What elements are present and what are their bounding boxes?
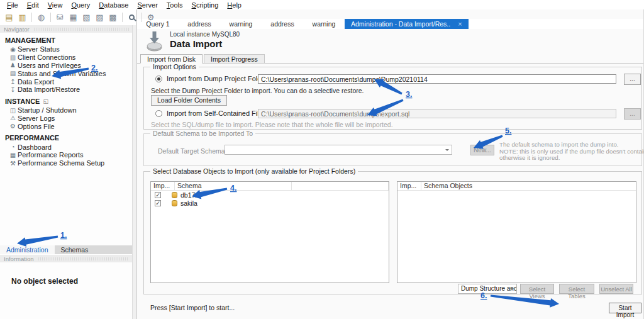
status-variables-icon: ▤	[8, 70, 18, 77]
note-line: otherwise it is ignored.	[499, 155, 644, 162]
self-contained-file-input[interactable]: C:\Users\pranas-root\Documents\dumps\exp…	[258, 109, 616, 118]
sidebar-item-startup-shutdown[interactable]: ◫ Startup / Shutdown	[0, 106, 132, 115]
sidebar-item-dashboard[interactable]: ◔ Dashboard	[0, 143, 132, 151]
menu-scripting[interactable]: Scripting	[188, 1, 224, 9]
menu-tools[interactable]: Tools	[163, 1, 188, 9]
menu-database[interactable]: Database	[95, 1, 133, 9]
default-target-schema-label: Default Target Schema:	[158, 147, 227, 155]
dashboard-icon: ◔	[8, 143, 18, 150]
instance-label: Local instance MySQL80	[170, 31, 240, 38]
dump-type-select[interactable]: Dump Structure and Dat	[458, 284, 517, 294]
create-function-icon[interactable]: ▩	[106, 11, 119, 23]
preferences-icon[interactable]: ⚙	[144, 11, 157, 23]
tab-administration[interactable]: Administration	[0, 245, 55, 254]
sidebar-item-performance-schema-setup[interactable]: ⚒ Performance Schema Setup	[0, 159, 132, 167]
sidebar-item-users-privileges[interactable]: ♟ Users and Privileges	[0, 62, 132, 70]
tab-warning-1[interactable]: warning	[220, 19, 262, 29]
create-table-icon[interactable]: ▦	[67, 11, 80, 23]
sidebar-tab-strip: Administration Schemas	[0, 245, 132, 254]
checkbox-sakila[interactable]: ✓	[155, 200, 161, 206]
sidebar-item-label: Server Status	[18, 45, 60, 53]
menu-server[interactable]: Server	[133, 1, 162, 9]
sidebar-item-label: Startup / Shutdown	[18, 106, 77, 114]
navigator-header-texture	[34, 28, 129, 31]
tab-warning-2[interactable]: warning	[303, 19, 345, 29]
menu-file[interactable]: File	[3, 1, 23, 9]
search-icon[interactable]	[125, 11, 138, 23]
startup-shutdown-icon: ◫	[8, 107, 18, 114]
sidebar-item-label: Status and System Variables	[18, 70, 106, 77]
sidebar-item-label: Performance Reports	[18, 151, 84, 159]
search-icon-glyph	[129, 14, 135, 20]
information-panel: No object selected	[0, 263, 132, 319]
start-import-button[interactable]: Start Import	[609, 303, 641, 313]
default-schema-combobox[interactable]	[225, 145, 452, 155]
create-procedure-icon[interactable]: ▨	[93, 11, 106, 23]
sidebar-item-label: Dashboard	[18, 143, 52, 151]
tab-import-progress[interactable]: Import Progress	[204, 54, 265, 64]
select-views-button[interactable]: Select Views	[520, 284, 554, 294]
sidebar-item-performance-reports[interactable]: ▦ Performance Reports	[0, 151, 132, 159]
tab-address-1[interactable]: address	[179, 19, 220, 29]
default-schema-legend: Default Schema to be Imported To	[150, 130, 255, 137]
status-text: Press [Start Import] to start...	[150, 304, 235, 311]
schema-row-db172[interactable]: ✓ db172	[151, 191, 389, 199]
close-tab-icon[interactable]: ×	[458, 20, 462, 28]
sidebar-item-options-file[interactable]: ⚙ Options File	[0, 122, 132, 130]
menu-edit[interactable]: Edit	[23, 1, 44, 9]
sidebar-item-status-variables[interactable]: ▤ Status and System Variables	[0, 69, 132, 77]
panel-splitter[interactable]	[132, 25, 137, 319]
create-view-icon[interactable]: ▧	[80, 11, 93, 23]
column-spacer	[292, 182, 389, 190]
schema-icon	[172, 200, 177, 206]
radio-import-self-contained[interactable]	[155, 110, 162, 117]
sidebar-item-data-export[interactable]: ↥ Data Export	[0, 77, 132, 86]
radio-dump-folder-label: Import from Dump Project Folder	[167, 75, 267, 82]
create-schema-icon[interactable]: ⛁	[53, 11, 67, 23]
column-schema: Schema	[175, 182, 292, 190]
inspector-icon[interactable]: ◍	[35, 11, 48, 23]
browse-file-button[interactable]: ...	[624, 108, 641, 120]
sidebar-item-label: Server Logs	[18, 115, 55, 122]
information-header-texture	[38, 257, 129, 260]
tab-schemas[interactable]: Schemas	[55, 245, 95, 254]
page-header: Local instance MySQL80 Data Import	[146, 31, 240, 52]
tab-address-2[interactable]: address	[262, 19, 303, 29]
tab-import-from-disk[interactable]: Import from Disk	[140, 54, 203, 64]
tab-administration-data-import[interactable]: Administration - Data Import/Res.. ×	[345, 19, 469, 29]
users-privileges-icon: ♟	[8, 62, 18, 69]
dump-folder-path-input[interactable]: C:\Users\pranas-root\Documents\dumps\Dum…	[258, 74, 616, 84]
self-contained-hint: Select the SQL/dump file to import. Plea…	[151, 121, 393, 128]
sidebar-item-server-status[interactable]: ◉ Server Status	[0, 45, 132, 53]
radio-self-contained-label: Import from Self-Contained File	[167, 109, 263, 117]
sidebar-item-label: Data Export	[18, 78, 54, 86]
import-options-legend: Import Options	[150, 63, 199, 70]
open-sql-file-icon[interactable]: ▥	[16, 11, 29, 23]
main-panel: Query 1 address warning address warning …	[136, 0, 644, 319]
checkbox-db172[interactable]: ✓	[155, 192, 161, 198]
new-schema-button[interactable]: New...	[470, 145, 494, 155]
information-title: Information	[0, 255, 35, 262]
sidebar-item-data-import-restore[interactable]: ↧ Data Import/Restore	[0, 86, 132, 94]
unselect-all-button[interactable]: Unselect All	[599, 284, 633, 294]
sidebar-item-label: Performance Schema Setup	[18, 159, 104, 167]
load-folder-contents-button[interactable]: Load Folder Contents	[151, 95, 227, 106]
section-instance: INSTANCE ◱	[0, 94, 132, 106]
radio-import-dump-folder[interactable]	[155, 76, 162, 82]
sidebar-item-client-connections[interactable]: ▥ Client Connections	[0, 53, 132, 62]
new-sql-file-icon[interactable]: ▤	[3, 11, 16, 23]
schema-row-sakila[interactable]: ✓ sakila	[151, 199, 389, 207]
instance-edit-icon[interactable]: ◱	[43, 98, 48, 104]
menu-help[interactable]: Help	[223, 1, 247, 9]
sidebar-item-label: Client Connections	[18, 53, 75, 61]
menu-view[interactable]: View	[44, 1, 68, 9]
toolbar-separator	[31, 13, 32, 22]
select-tables-button[interactable]: Select Tables	[559, 284, 594, 294]
sidebar-item-label: Users and Privileges	[18, 62, 81, 69]
schema-list-header: Imp... Schema	[151, 182, 389, 191]
dump-folder-hint: Select the Dump Project Folder to import…	[151, 87, 364, 94]
sidebar-item-server-logs[interactable]: ⚠ Server Logs	[0, 115, 132, 123]
browse-folder-button[interactable]: ...	[624, 74, 641, 85]
menu-query[interactable]: Query	[67, 1, 95, 9]
toolbar-separator	[122, 13, 123, 22]
